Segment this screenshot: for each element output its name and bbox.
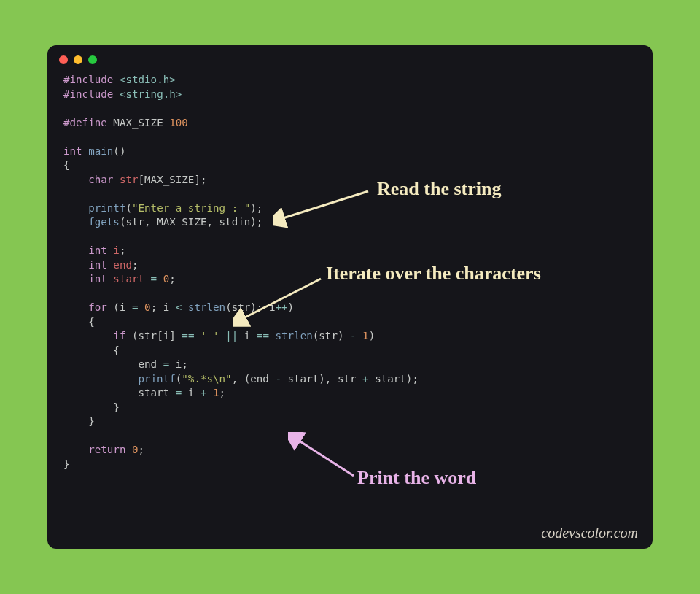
- code-block: #include <stdio.h> #include <string.h> #…: [47, 70, 653, 471]
- maximize-icon[interactable]: [88, 55, 97, 64]
- watermark: codevscolor.com: [541, 525, 638, 541]
- window-controls: [47, 45, 653, 70]
- code-window: #include <stdio.h> #include <string.h> #…: [47, 45, 653, 549]
- close-icon[interactable]: [59, 55, 68, 64]
- minimize-icon[interactable]: [74, 55, 82, 64]
